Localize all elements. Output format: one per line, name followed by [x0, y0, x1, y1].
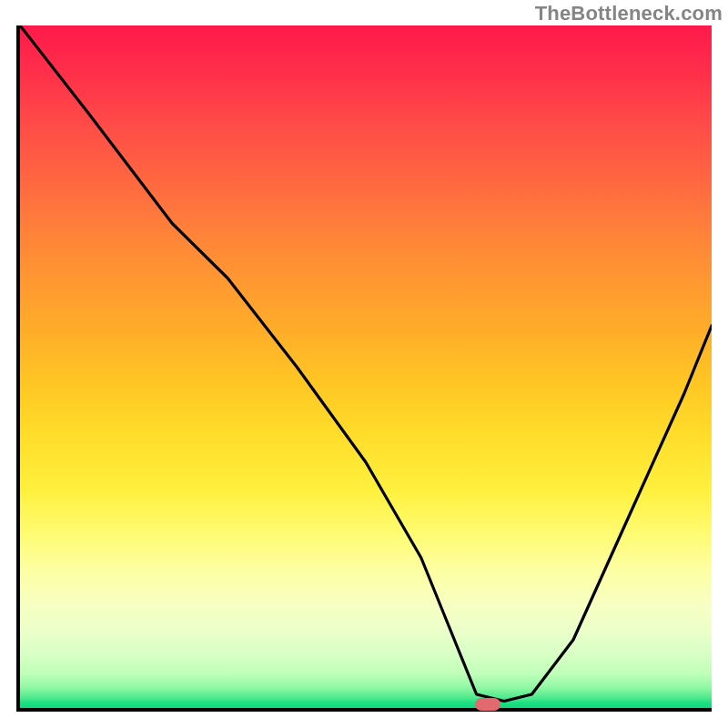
curve-layer	[20, 25, 712, 708]
plot-area	[16, 25, 712, 712]
chart-stage: TheBottleneck.com	[0, 0, 728, 728]
bottleneck-curve	[20, 25, 712, 702]
watermark-label: TheBottleneck.com	[535, 2, 723, 25]
optimal-marker	[475, 698, 500, 711]
